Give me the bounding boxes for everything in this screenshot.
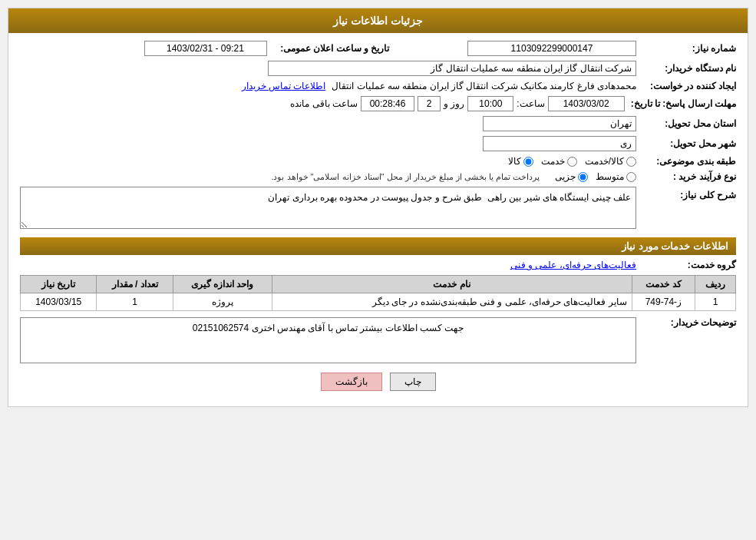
back-button[interactable]: بازگشت bbox=[321, 373, 382, 391]
remaining-label: ساعت باقی مانده bbox=[290, 98, 358, 109]
need-desc-textarea[interactable]: علف چینی ایستگاه های شیر بین راهی طبق شر… bbox=[20, 187, 636, 229]
buyer-org-label: نام دستگاه خریدار: bbox=[636, 63, 736, 74]
time-label: ساعت: bbox=[517, 98, 544, 109]
days-input[interactable] bbox=[418, 96, 441, 111]
table-row: 1ز-74-749سایر فعالیت‌های حرفه‌ای، علمی و… bbox=[21, 293, 736, 311]
purchase-type-motavasset-label: متوسط bbox=[596, 171, 624, 182]
need-desc-label: شرح کلی نیاز: bbox=[636, 187, 736, 200]
purchase-type-jozi[interactable]: جزیی bbox=[555, 171, 588, 182]
category-option-khedmat[interactable]: خدمت bbox=[541, 156, 577, 167]
print-button[interactable]: چاپ bbox=[390, 373, 436, 391]
col-header-date: تاریخ نیاز bbox=[21, 276, 97, 293]
buyer-org-input[interactable] bbox=[268, 61, 636, 76]
province-input[interactable] bbox=[483, 116, 636, 131]
city-label: شهر محل تحویل: bbox=[636, 138, 736, 149]
province-label: استان محل تحویل: bbox=[636, 118, 736, 129]
purchase-type-note: پرداخت تمام یا بخشی از مبلغ خریدار از مح… bbox=[271, 172, 540, 182]
creator-label: ایجاد کننده در خواست: bbox=[636, 81, 736, 91]
category-khedmat-label: خدمت bbox=[541, 156, 565, 167]
col-header-row-num: ردیف bbox=[695, 276, 735, 293]
creator-contact-link[interactable]: اطلاعات تماس خریدار bbox=[242, 81, 326, 91]
col-header-service-name: نام خدمت bbox=[272, 276, 632, 293]
services-section-title: اطلاعات خدمات مورد نیاز bbox=[20, 237, 736, 255]
response-date-input[interactable] bbox=[548, 96, 625, 111]
creator-value: محمدهادی فارغ کارمند مکانیک شرکت انتقال … bbox=[332, 81, 636, 91]
remaining-input[interactable] bbox=[361, 96, 414, 111]
city-input[interactable] bbox=[483, 136, 636, 151]
category-option-kala[interactable]: کالا bbox=[508, 156, 533, 167]
service-group-link[interactable]: فعالیت‌های حرفه‌ای، علمی و فنی bbox=[510, 260, 636, 270]
purchase-type-label: نوع فرآیند خرید : bbox=[636, 171, 736, 182]
response-date-label: مهلت ارسال پاسخ: تا تاریخ: bbox=[625, 98, 736, 109]
page-title: جزئیات اطلاعات نیاز bbox=[8, 8, 748, 33]
purchase-type-motavasset[interactable]: متوسط bbox=[596, 171, 636, 182]
category-kala-label: کالا bbox=[508, 156, 521, 167]
category-kala-khedmat-label: کالا/خدمت bbox=[585, 156, 624, 167]
col-header-service-code: کد خدمت bbox=[632, 276, 695, 293]
services-table: ردیف کد خدمت نام خدمت واحد اندازه گیری ت… bbox=[20, 275, 736, 311]
col-header-unit: واحد اندازه گیری bbox=[173, 276, 272, 293]
announce-date-input[interactable] bbox=[144, 41, 267, 56]
request-number-label: شماره نیاز: bbox=[636, 43, 736, 54]
days-label: روز و bbox=[444, 98, 464, 109]
announce-date-label: تاریخ و ساعت اعلان عمومی: bbox=[267, 43, 390, 54]
service-group-label: گروه خدمت: bbox=[636, 260, 736, 270]
purchase-type-jozi-label: جزیی bbox=[555, 171, 576, 182]
category-label: طبقه بندی موضوعی: bbox=[636, 156, 736, 167]
buyer-notes-label: توضیحات خریدار: bbox=[636, 317, 736, 328]
category-option-kala-khedmat[interactable]: کالا/خدمت bbox=[585, 156, 636, 167]
col-header-quantity: تعداد / مقدار bbox=[97, 276, 173, 293]
buyer-notes-box: جهت کسب اطلاعات بیشتر تماس با آقای مهندس… bbox=[20, 317, 636, 363]
request-number-input[interactable] bbox=[467, 41, 636, 56]
response-time-input[interactable] bbox=[467, 96, 513, 111]
